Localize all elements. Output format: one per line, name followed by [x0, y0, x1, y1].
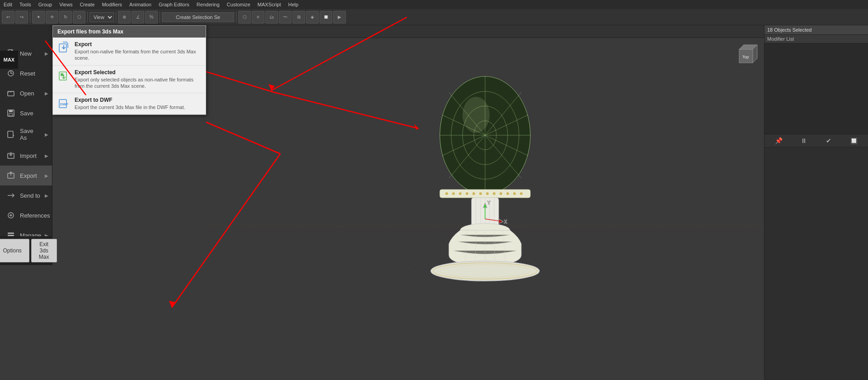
export-arrow: ▶	[45, 173, 48, 178]
svg-point-53	[466, 192, 468, 195]
open-arrow: ▶	[45, 91, 48, 96]
objects-selected-text: 18 Objects Selected	[767, 27, 811, 33]
menu-rendering[interactable]: Rendering	[195, 1, 222, 8]
viewport: Y X Top	[206, 38, 764, 380]
open-label: Open	[20, 90, 34, 97]
render-button[interactable]: ▶	[333, 11, 346, 24]
menu-item-open[interactable]: Open ▶	[0, 83, 52, 103]
menu-views[interactable]: Views	[57, 1, 74, 8]
svg-point-60	[513, 192, 516, 195]
import-arrow: ▶	[45, 153, 48, 158]
menu-item-export[interactable]: Export ▶	[0, 166, 52, 185]
menu-group[interactable]: Group	[37, 1, 54, 8]
svg-text:Top: Top	[742, 55, 749, 59]
svg-point-56	[486, 192, 489, 195]
export-selected-icon	[57, 69, 70, 82]
new-label: New	[20, 50, 32, 57]
align-button[interactable]: ≡	[252, 11, 264, 24]
menu-item-save[interactable]: Save	[0, 103, 52, 123]
menu-modifiers[interactable]: Modifiers	[100, 1, 124, 8]
snap-toggle[interactable]: ⊕	[118, 11, 131, 24]
export-icon	[5, 170, 16, 181]
max-button[interactable]: MAX	[0, 51, 18, 69]
material-editor[interactable]: ◈	[306, 11, 319, 24]
undo-button[interactable]: ↩	[2, 11, 14, 24]
angle-snap[interactable]: ∠	[132, 11, 144, 24]
scale-button[interactable]: ⬡	[73, 11, 85, 24]
export-selected-text: Export Selected Export only selected obj…	[75, 69, 201, 90]
export-selected-option[interactable]: Export Selected Export only selected obj…	[53, 66, 206, 94]
svg-point-50	[445, 192, 448, 195]
export-desc: Export non-native file formats from the …	[75, 48, 201, 62]
menu-maxscript[interactable]: MAXScript	[256, 1, 283, 8]
reset-icon	[5, 68, 16, 79]
render-setup[interactable]: 🔲	[320, 11, 332, 24]
export-dwf-text: Export to DWF Export the current 3ds Max…	[75, 97, 185, 110]
toolbar-separator-2	[87, 12, 88, 23]
exit-button[interactable]: Exit 3ds Max	[31, 239, 57, 262]
export-submenu: Export files from 3ds Max Export Export …	[52, 25, 206, 115]
svg-text:X: X	[504, 219, 507, 224]
move-button[interactable]: ✛	[46, 11, 58, 24]
references-label: References	[20, 212, 50, 219]
right-panel: ☀ ⬡ 📷 ⚙ ⬜ 🔧 18 Objects Selected Modifier…	[764, 9, 868, 380]
options-button[interactable]: Options	[0, 239, 29, 262]
toolbar-separator-3	[116, 12, 116, 23]
svg-rect-15	[8, 233, 14, 234]
percent-snap[interactable]: %	[145, 11, 158, 24]
save-label: Save	[20, 110, 33, 117]
redo-button[interactable]: ↪	[15, 11, 28, 24]
menu-graph-editors[interactable]: Graph Editors	[157, 1, 191, 8]
menu-item-sendto[interactable]: Send to ▶	[0, 185, 52, 205]
menu-item-import[interactable]: Import ▶	[0, 146, 52, 166]
svg-marker-81	[499, 219, 503, 223]
schematic-view[interactable]: ⊞	[292, 11, 305, 24]
export-dwf-title: Export to DWF	[75, 97, 185, 103]
toolbar-separator-5	[236, 12, 236, 23]
selection-set-button[interactable]: Create Selection Se	[162, 12, 234, 22]
export-dwf-option[interactable]: DWF Export to DWF Export the current 3ds…	[53, 93, 206, 114]
navigation-cube[interactable]: Top	[732, 43, 760, 70]
rotate-button[interactable]: ↻	[59, 11, 72, 24]
saveas-arrow: ▶	[45, 132, 48, 137]
check-icon[interactable]: ✔	[824, 136, 833, 145]
view-dropdown[interactable]: View	[90, 12, 114, 22]
modifier-list-label[interactable]: Modifier List	[764, 35, 868, 43]
menu-help[interactable]: Help	[287, 1, 301, 8]
mirror-button[interactable]: ⬡	[238, 11, 251, 24]
new-arrow: ▶	[45, 51, 48, 56]
box-icon[interactable]: 🔲	[849, 136, 858, 145]
3d-model: Y X	[413, 65, 557, 300]
export-dwf-icon: DWF	[57, 97, 70, 109]
export-option-text: Export Export non-native file formats fr…	[75, 41, 201, 62]
svg-point-58	[500, 192, 502, 195]
svg-marker-93	[169, 301, 175, 308]
export-option[interactable]: Export Export non-native file formats fr…	[53, 38, 206, 66]
svg-point-54	[472, 192, 475, 195]
menu-create[interactable]: Create	[78, 1, 96, 8]
menu-edit[interactable]: Edit	[2, 1, 14, 8]
menu-tools[interactable]: Tools	[18, 1, 33, 8]
export-submenu-header: Export files from 3ds Max	[53, 26, 206, 38]
layer-manager[interactable]: 🗂	[265, 11, 278, 24]
import-icon	[5, 150, 16, 161]
pause-icon[interactable]: ⏸	[799, 136, 808, 145]
reset-label: Reset	[20, 70, 35, 77]
svg-point-57	[493, 192, 495, 195]
menu-item-references[interactable]: References	[0, 205, 52, 225]
app-menu-panel: MAX New ▶ Reset Open ▶ Save	[0, 25, 52, 265]
export-selected-title: Export Selected	[75, 69, 201, 76]
menu-customize[interactable]: Customize	[225, 1, 252, 8]
saveas-label: Save As	[20, 128, 41, 141]
pin-icon[interactable]: 📌	[774, 136, 783, 145]
menu-item-saveas[interactable]: Save As ▶	[0, 123, 52, 146]
svg-point-55	[479, 192, 482, 195]
export-selected-desc: Export only selected objects as non-nati…	[75, 76, 201, 90]
menu-animation[interactable]: Animation	[127, 1, 153, 8]
select-button[interactable]: ✦	[32, 11, 45, 24]
curves-editor[interactable]: 〜	[279, 11, 292, 24]
svg-rect-6	[8, 131, 13, 138]
export-label: Export	[20, 172, 37, 179]
svg-point-59	[506, 192, 509, 195]
main-toolbar: ↩ ↪ ✦ ✛ ↻ ⬡ View ⊕ ∠ % Create Selection …	[0, 9, 868, 25]
